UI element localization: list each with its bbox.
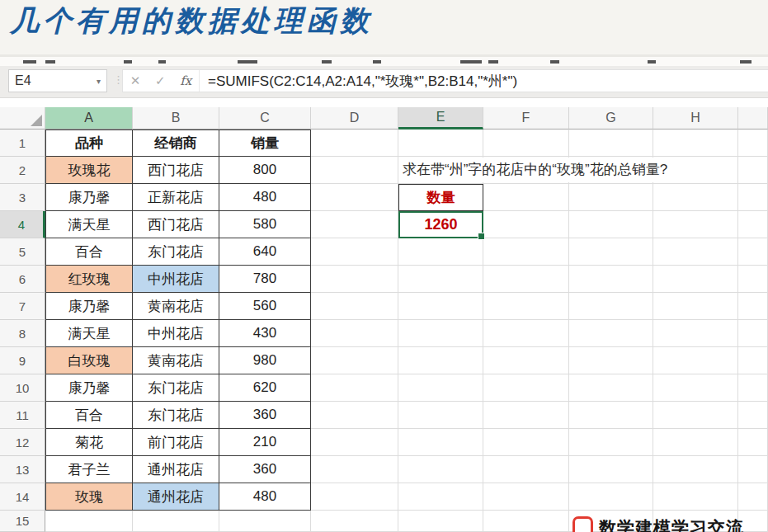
row-header-5[interactable]: 5 [0, 238, 45, 266]
column-header-C[interactable]: C [219, 107, 311, 129]
row-header-2[interactable]: 2 [0, 157, 45, 184]
cell-partial10[interactable] [738, 374, 768, 402]
row-header-9[interactable]: 9 [0, 347, 45, 374]
cell-C5[interactable]: 640 [219, 238, 311, 266]
cell-F7[interactable] [483, 293, 569, 320]
cell-C3[interactable]: 480 [219, 184, 311, 211]
cell-A3[interactable]: 康乃馨 [45, 184, 133, 211]
cell-B15[interactable] [133, 511, 219, 532]
cell-G9[interactable] [569, 347, 653, 374]
cell-F11[interactable] [483, 402, 569, 429]
cell-A7[interactable]: 康乃馨 [45, 293, 133, 320]
cell-partial8[interactable] [738, 320, 768, 347]
cell-G6[interactable] [569, 266, 653, 293]
column-header-E[interactable]: E [398, 107, 483, 129]
cell-C10[interactable]: 620 [219, 374, 311, 402]
cell-partial14[interactable] [738, 483, 768, 511]
cell-H7[interactable] [653, 293, 738, 320]
cell-G14[interactable] [569, 483, 653, 511]
cell-B4[interactable]: 西门花店 [133, 211, 219, 238]
cell-A1[interactable]: 品种 [45, 129, 133, 157]
cell-partial4[interactable] [738, 211, 768, 238]
row-header-15[interactable]: 15 [0, 511, 45, 532]
cell-F3[interactable] [483, 184, 569, 211]
cell-partial5[interactable] [738, 238, 768, 266]
cell-F12[interactable] [483, 429, 569, 456]
cell-F15[interactable] [483, 511, 569, 532]
cell-B14[interactable]: 通州花店 [133, 483, 219, 511]
fx-icon[interactable]: fx [180, 73, 191, 88]
cell-E6[interactable] [398, 266, 483, 293]
cell-C7[interactable]: 560 [219, 293, 311, 320]
cell-partial1[interactable] [738, 129, 768, 157]
cell-G4[interactable] [569, 211, 653, 238]
cell-C14[interactable]: 480 [219, 483, 311, 511]
cell-H14[interactable] [653, 483, 738, 511]
cell-H13[interactable] [653, 456, 738, 483]
cell-C6[interactable]: 780 [219, 266, 311, 293]
cell-A12[interactable]: 菊花 [45, 429, 133, 456]
cell-D15[interactable] [311, 511, 398, 532]
cell-B3[interactable]: 正新花店 [133, 184, 219, 211]
cell-B10[interactable]: 东门花店 [133, 374, 219, 402]
cell-D1[interactable] [311, 129, 398, 157]
cell-E1[interactable] [398, 129, 483, 157]
cell-partial11[interactable] [738, 402, 768, 429]
cell-H11[interactable] [653, 402, 738, 429]
column-header-B[interactable]: B [133, 107, 219, 129]
cell-G7[interactable] [569, 293, 653, 320]
cell-B6[interactable]: 中州花店 [133, 266, 219, 293]
cell-A8[interactable]: 满天星 [45, 320, 133, 347]
cancel-icon[interactable]: ✕ [130, 73, 141, 88]
column-header-D[interactable]: D [311, 107, 398, 129]
cell-D5[interactable] [311, 238, 398, 266]
column-header-partial[interactable] [738, 107, 768, 129]
cell-A5[interactable]: 百合 [45, 238, 133, 266]
cell-H12[interactable] [653, 429, 738, 456]
row-header-7[interactable]: 7 [0, 293, 45, 320]
cell-F8[interactable] [483, 320, 569, 347]
cell-G1[interactable] [569, 129, 653, 157]
cell-D13[interactable] [311, 456, 398, 483]
cell-B1[interactable]: 经销商 [133, 129, 219, 157]
cell-partial9[interactable] [738, 347, 768, 374]
row-header-11[interactable]: 11 [0, 402, 45, 429]
chevron-down-icon[interactable]: ▾ [97, 77, 101, 86]
column-header-F[interactable]: F [483, 107, 569, 129]
formula-input[interactable]: =SUMIFS(C2:C14,A2:A14,"*玫瑰*",B2:B14,"*州*… [200, 72, 768, 91]
cell-A10[interactable]: 康乃馨 [45, 374, 133, 402]
cell-E13[interactable] [398, 456, 483, 483]
select-all-corner[interactable] [0, 107, 45, 129]
cell-G10[interactable] [569, 374, 653, 402]
row-header-6[interactable]: 6 [0, 266, 45, 293]
cell-F14[interactable] [483, 483, 569, 511]
cell-G3[interactable] [569, 184, 653, 211]
cell-partial13[interactable] [738, 456, 768, 483]
fill-handle[interactable] [478, 233, 485, 240]
cell-A11[interactable]: 百合 [45, 402, 133, 429]
cell-F13[interactable] [483, 456, 569, 483]
cell-D14[interactable] [311, 483, 398, 511]
cell-E9[interactable] [398, 347, 483, 374]
column-header-G[interactable]: G [569, 107, 653, 129]
column-header-H[interactable]: H [653, 107, 738, 129]
cell-C11[interactable]: 360 [219, 402, 311, 429]
cell-H1[interactable] [653, 129, 738, 157]
cell-A14[interactable]: 玫瑰 [45, 483, 133, 511]
cell-E2-question[interactable]: 求在带“州”字的花店中的“玫瑰”花的总销量? [398, 157, 483, 184]
cell-E11[interactable] [398, 402, 483, 429]
cell-C4[interactable]: 580 [219, 211, 311, 238]
cell-partial6[interactable] [738, 266, 768, 293]
cell-F9[interactable] [483, 347, 569, 374]
cell-D3[interactable] [311, 184, 398, 211]
cell-partial2[interactable] [738, 157, 768, 184]
cell-F10[interactable] [483, 374, 569, 402]
cell-D4[interactable] [311, 211, 398, 238]
cell-A13[interactable]: 君子兰 [45, 456, 133, 483]
cell-B9[interactable]: 黄南花店 [133, 347, 219, 374]
cell-B7[interactable]: 黄南花店 [133, 293, 219, 320]
cell-partial12[interactable] [738, 429, 768, 456]
cell-H4[interactable] [653, 211, 738, 238]
cell-F1[interactable] [483, 129, 569, 157]
row-header-1[interactable]: 1 [0, 129, 45, 157]
